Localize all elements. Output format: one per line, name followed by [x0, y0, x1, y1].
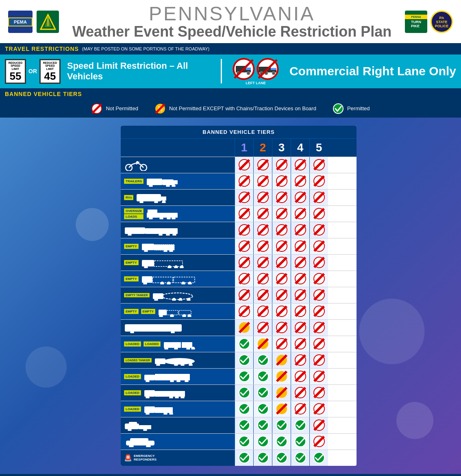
svg-text:LOADED: LOADED	[164, 376, 178, 379]
tier-cell	[272, 287, 291, 303]
tier-cell	[291, 304, 309, 319]
table-row: LOADED	[121, 401, 357, 417]
svg-rect-86	[125, 227, 145, 234]
tier-cell	[272, 190, 291, 205]
tier-cell	[291, 271, 309, 287]
vehicle-cell-loaded-small: LOADED	[121, 401, 235, 417]
tier-cell	[272, 352, 291, 368]
vehicle-cell-loaded-oversize: LOADED LOADED	[121, 369, 235, 384]
footer: Check 511pa.com for current road conditi…	[0, 474, 461, 476]
vehicle-label-rv: RVs	[124, 195, 133, 200]
svg-point-194	[130, 331, 134, 333]
left-lane-text: LEFT LANE	[246, 81, 266, 85]
tier-table: BANNED VEHICLE TIERS 1 2 3 4 5	[121, 126, 357, 466]
svg-point-9	[247, 72, 250, 75]
tier-cell	[291, 173, 309, 189]
tier-cell	[253, 417, 272, 433]
tier-cell	[309, 352, 328, 368]
svg-point-59	[162, 201, 165, 203]
svg-rect-265	[144, 406, 155, 413]
tier-cell	[291, 336, 309, 352]
col-header-2: 2	[253, 139, 272, 157]
tier-cell	[272, 255, 291, 271]
vehicle-label-empty3: EMPTY	[124, 276, 139, 282]
tier-cell	[309, 206, 328, 222]
vehicle-label-empty4: EMPTY	[124, 309, 139, 314]
svg-point-105	[164, 249, 167, 252]
tier-cell	[309, 173, 328, 189]
no-trucks-icon2	[257, 58, 279, 80]
tier-cell	[235, 401, 253, 417]
svg-point-17	[272, 72, 275, 75]
svg-point-137	[161, 282, 164, 284]
svg-point-106	[170, 249, 173, 252]
svg-point-90	[166, 233, 170, 236]
svg-point-171	[170, 314, 174, 317]
tier-cell	[235, 173, 253, 189]
page-title: Weather Event Speed/Vehicle Restriction …	[65, 24, 398, 40]
tier-cell	[235, 434, 253, 450]
svg-point-239	[146, 380, 149, 382]
tier-cell	[291, 434, 309, 450]
svg-rect-206	[164, 342, 171, 348]
svg-point-73	[160, 217, 163, 219]
vehicle-cell-oversize: OVERSIZE LOADS	[121, 206, 235, 222]
tier-cell	[235, 320, 253, 336]
svg-point-139	[182, 282, 185, 284]
tier-cell	[253, 157, 272, 173]
vehicle-label-loaded-oversize: LOADED	[124, 374, 141, 379]
vehicle-label-loaded-tanker: LOADED TANKER	[124, 358, 152, 362]
table-row: RVs	[121, 189, 357, 205]
tier-cell	[272, 336, 291, 352]
tier-cell	[235, 190, 253, 205]
padot-logo	[37, 11, 59, 33]
tier-cell	[291, 255, 309, 271]
svg-rect-251	[144, 390, 155, 397]
vehicle-cell-loaded-large: LOADED	[121, 385, 235, 401]
svg-rect-252	[155, 391, 185, 397]
table-row: TRAILERS	[121, 173, 357, 189]
tier-cell	[253, 352, 272, 368]
svg-point-211	[187, 347, 190, 349]
legend-permitted: Permitted	[333, 103, 370, 114]
svg-rect-133	[142, 276, 152, 283]
svg-rect-192	[169, 325, 173, 329]
tier-cell	[272, 401, 291, 417]
right-logos: PENNA TURNPIKE PASTATEPOLICE	[405, 11, 453, 33]
tier-cell	[272, 222, 291, 238]
svg-rect-167	[159, 310, 167, 315]
svg-point-173	[188, 314, 191, 317]
tier-cell	[235, 222, 253, 238]
svg-point-170	[159, 314, 163, 317]
svg-rect-71	[148, 210, 157, 214]
travel-banner-title: TRAVEL RESTRICTIONS	[5, 46, 79, 52]
svg-point-120	[168, 266, 171, 268]
tier-cell	[309, 369, 328, 384]
svg-point-72	[149, 217, 152, 219]
svg-point-209	[165, 347, 168, 349]
tier-cell	[309, 417, 328, 433]
tier-cell	[253, 222, 272, 238]
svg-point-253	[146, 396, 149, 398]
svg-marker-14	[271, 68, 276, 70]
no-trucks-sign: LEFT LANE	[233, 58, 279, 85]
chains-icon: ⛓	[154, 103, 166, 114]
tier-cell	[253, 304, 272, 319]
vehicle-cell-empty1: EMPTY	[121, 238, 235, 254]
table-header: BANNED VEHICLE TIERS	[121, 126, 357, 138]
table-row	[121, 222, 357, 238]
tier-cell	[291, 401, 309, 417]
vehicle-cell-trailers: TRAILERS	[121, 173, 235, 189]
table-row	[121, 157, 357, 173]
svg-point-41	[149, 184, 152, 187]
table-row: OVERSIZE LOADS	[121, 205, 357, 222]
tier-cell	[272, 304, 291, 319]
speed-restriction-label: Speed Limit Restriction – All Vehicles	[67, 61, 214, 82]
table-row: EMPTY	[121, 254, 357, 271]
vehicle-cell-rv: RVs	[121, 190, 235, 205]
tier-cell	[309, 238, 328, 254]
vehicle-label-loaded2: LOADED	[144, 341, 161, 347]
svg-rect-56	[143, 195, 146, 198]
tier-cell	[272, 434, 291, 450]
table-row: EMPTY	[121, 271, 357, 287]
